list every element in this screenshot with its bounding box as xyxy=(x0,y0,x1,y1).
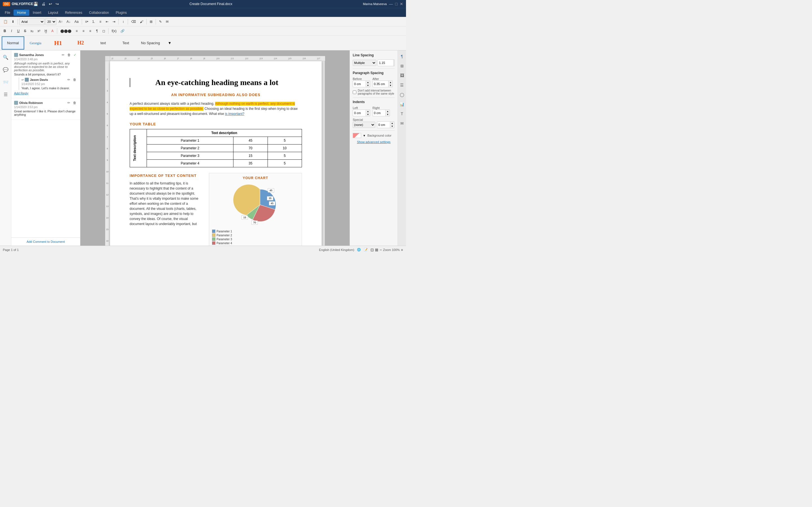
minimize-btn[interactable]: — xyxy=(389,2,393,6)
font-selector[interactable]: Arial xyxy=(19,18,45,25)
insert-fn-btn[interactable]: f(x) xyxy=(110,27,118,34)
chat-icon[interactable]: 📨 xyxy=(1,78,10,86)
special-type-select[interactable]: (none) xyxy=(353,122,375,128)
clear-format-btn[interactable]: ⌫ xyxy=(130,18,138,25)
menu-references[interactable]: References xyxy=(61,10,86,16)
preset-normal[interactable]: Normal xyxy=(2,36,24,50)
paragraph-icon[interactable]: ¶ xyxy=(400,53,404,59)
outline-icon[interactable]: ☰ xyxy=(2,91,9,99)
indent-left-input[interactable] xyxy=(353,110,366,116)
print-icon[interactable]: 🖨 xyxy=(42,2,45,6)
shading-btn[interactable]: ◻ xyxy=(101,27,107,34)
track-changes-btn[interactable]: ✎ xyxy=(157,18,163,25)
align-center-btn[interactable]: ≡ xyxy=(73,27,80,34)
font-shrink-btn[interactable]: A↓ xyxy=(65,18,72,25)
special-value-spinner[interactable]: ▲ ▼ xyxy=(377,121,395,128)
decrease-indent-btn[interactable]: ⇤ xyxy=(104,18,110,25)
numbering-btn[interactable]: 1. xyxy=(91,18,97,25)
before-value-spinner[interactable]: ▲ ▼ xyxy=(353,80,370,87)
indent-right-up-btn[interactable]: ▲ xyxy=(386,110,390,113)
bold-btn[interactable]: B xyxy=(2,27,8,34)
after-down-btn[interactable]: ▼ xyxy=(389,84,393,87)
preset-no-spacing[interactable]: No Spacing xyxy=(137,36,164,50)
comment-2-edit-btn[interactable]: ✏ xyxy=(66,101,71,105)
paragraph-mark-btn[interactable]: ¶ xyxy=(94,27,100,34)
menu-collaboration[interactable]: Collaboration xyxy=(86,10,112,16)
bg-color-swatch[interactable] xyxy=(353,133,361,138)
preset-h1[interactable]: H1 xyxy=(47,36,69,50)
line-spacing-type-select[interactable]: Multiple xyxy=(353,60,376,66)
font-color-btn[interactable]: A xyxy=(49,27,56,34)
language-indicator[interactable]: English (United Kingdom) xyxy=(319,248,354,251)
insert-table-btn[interactable]: ⊞ xyxy=(148,18,154,25)
change-case-btn[interactable]: Aa xyxy=(73,18,80,25)
spellcheck-icon[interactable]: 🌐 xyxy=(357,248,361,251)
track-changes-status-icon[interactable]: 📝 xyxy=(364,248,368,251)
menu-layout[interactable]: Layout xyxy=(45,10,61,16)
before-value-input[interactable] xyxy=(353,81,366,87)
align-left-btn[interactable]: ⬤⬤⬤ xyxy=(59,27,73,34)
add-comment-footer[interactable]: Add Comment to Document xyxy=(11,237,80,245)
indent-left-up-btn[interactable]: ▲ xyxy=(366,110,370,113)
italic-btn[interactable]: I xyxy=(8,27,15,34)
indent-right-input[interactable] xyxy=(373,110,386,116)
header-footer-icon[interactable]: ☰ xyxy=(399,82,405,88)
insert-link-btn[interactable]: 🔗 xyxy=(119,27,126,34)
doc-scrollbar[interactable] xyxy=(322,61,325,245)
redo-icon[interactable]: ↪ xyxy=(56,2,59,6)
special-down-btn[interactable]: ▼ xyxy=(390,125,394,128)
bg-color-dropdown-btn[interactable]: ▼ xyxy=(363,134,366,137)
shapes-icon[interactable]: ◯ xyxy=(399,92,405,98)
comment-1-resolve-btn[interactable]: ✓ xyxy=(73,53,77,57)
justify-btn[interactable]: ≡ xyxy=(87,27,93,34)
indent-right-spinner[interactable]: ▲ ▼ xyxy=(372,110,390,116)
before-up-btn[interactable]: ▲ xyxy=(366,81,370,84)
reply-1-edit-btn[interactable]: ✏ xyxy=(66,77,71,82)
preset-georgia[interactable]: Georgia xyxy=(24,36,47,50)
menu-insert[interactable]: Insert xyxy=(29,10,45,16)
after-value-input[interactable] xyxy=(373,81,388,87)
copy-style-btn[interactable]: 🖌 xyxy=(138,18,145,25)
undo-icon[interactable]: ↩ xyxy=(49,2,52,6)
indent-left-down-btn[interactable]: ▼ xyxy=(366,113,370,116)
underline-btn[interactable]: U xyxy=(15,27,21,34)
superscript-btn[interactable]: x² xyxy=(36,27,42,34)
table-icon[interactable]: ⊞ xyxy=(400,63,405,69)
strikethrough-btn[interactable]: S xyxy=(22,27,28,34)
same-style-checkbox[interactable] xyxy=(353,91,356,94)
zoom-in-btn[interactable]: + xyxy=(401,247,403,252)
align-right-btn[interactable]: ≡ xyxy=(80,27,87,34)
font-size-selector[interactable]: 20 xyxy=(45,18,56,25)
mail-merge-btn[interactable]: ✉ xyxy=(164,18,170,25)
add-reply-1-btn[interactable]: Add Reply xyxy=(14,91,29,96)
close-btn[interactable]: ✕ xyxy=(400,2,403,6)
before-down-btn[interactable]: ▼ xyxy=(366,84,370,87)
highlight-btn[interactable]: H̲ xyxy=(43,27,49,34)
increase-indent-btn[interactable]: ⇥ xyxy=(111,18,117,25)
mail-icon[interactable]: ✉ xyxy=(400,120,405,126)
multilevel-btn[interactable]: ≡ xyxy=(97,18,103,25)
menu-plugins[interactable]: Plugins xyxy=(112,10,130,16)
indent-right-down-btn[interactable]: ▼ xyxy=(386,113,390,116)
save-icon[interactable]: 💾 xyxy=(33,2,38,6)
maximize-btn[interactable]: □ xyxy=(395,2,398,6)
menu-file[interactable]: File xyxy=(1,10,13,16)
bullets-btn[interactable]: ≡• xyxy=(84,18,90,25)
paste-btn[interactable]: ⬇ xyxy=(10,18,16,25)
comment-1-edit-btn[interactable]: ✏ xyxy=(61,53,65,57)
preset-h2[interactable]: H2 xyxy=(69,36,92,50)
preset-text-small[interactable]: text xyxy=(92,36,114,50)
preset-text-large[interactable]: Text xyxy=(114,36,137,50)
special-value-input[interactable] xyxy=(377,122,390,128)
chart-panel-icon[interactable]: 📊 xyxy=(399,101,405,107)
spacing-up-btn[interactable]: ▲ xyxy=(394,60,395,63)
fit-page-btn[interactable]: ⊡ xyxy=(370,247,374,252)
line-spacing-value-spinner[interactable]: ▲ ▼ xyxy=(377,59,395,66)
textbox-icon[interactable]: T xyxy=(400,111,404,117)
special-up-btn[interactable]: ▲ xyxy=(390,122,394,125)
show-advanced-link[interactable]: Show advanced settings xyxy=(353,140,395,144)
menu-home[interactable]: Home xyxy=(13,10,29,16)
line-spacing-value-input[interactable] xyxy=(378,60,393,66)
subscript-btn[interactable]: x₂ xyxy=(29,27,35,34)
comment-1-delete-btn[interactable]: 🗑 xyxy=(66,53,71,57)
